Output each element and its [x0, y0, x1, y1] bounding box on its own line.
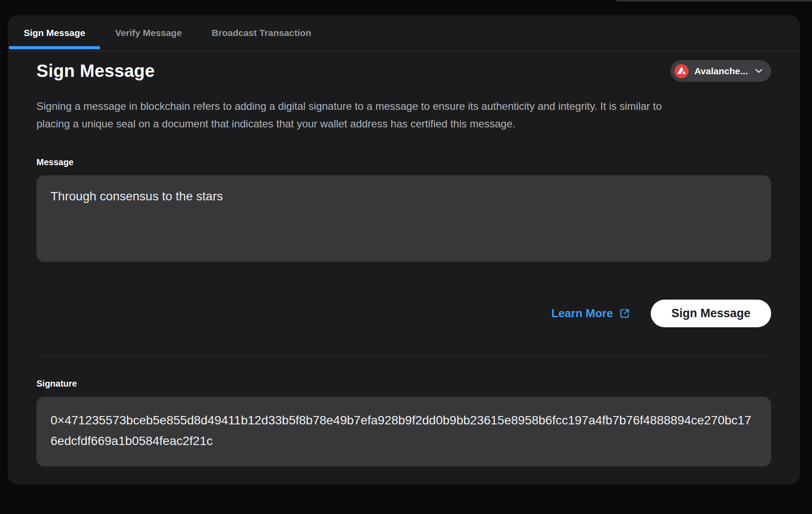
offscreen-element-edge	[614, 0, 812, 1]
page-title: Sign Message	[36, 61, 155, 81]
tab-bar: Sign Message Verify Message Broadcast Tr…	[8, 15, 800, 51]
chevron-down-icon	[755, 69, 763, 73]
network-name: Avalanche...	[694, 66, 748, 76]
tab-sign-message[interactable]: Sign Message	[9, 15, 100, 51]
message-input-container: Through consensus to the stars	[36, 175, 771, 262]
title-row: Sign Message Avalanche...	[36, 60, 771, 82]
sign-message-card: Sign Message Verify Message Broadcast Tr…	[8, 15, 800, 485]
sign-message-button[interactable]: Sign Message	[651, 300, 771, 327]
actions-row: Learn More Sign Message	[36, 300, 771, 327]
signature-output: 0×471235573bceb5e855d8d49411b12d33b5f8b7…	[36, 397, 771, 467]
tab-verify-message[interactable]: Verify Message	[100, 15, 197, 51]
avalanche-logo-icon	[674, 64, 689, 78]
divider	[36, 355, 771, 356]
learn-more-label: Learn More	[551, 307, 613, 320]
card-content: Sign Message Avalanche... Signing a mess…	[8, 60, 800, 467]
external-link-icon	[619, 308, 631, 319]
page-description: Signing a message in blockchain refers t…	[36, 98, 687, 133]
message-label: Message	[36, 157, 771, 167]
network-selector[interactable]: Avalanche...	[671, 60, 771, 82]
signature-label: Signature	[36, 379, 771, 389]
tab-broadcast-transaction[interactable]: Broadcast Transaction	[197, 15, 326, 51]
learn-more-link[interactable]: Learn More	[551, 307, 631, 320]
message-input[interactable]: Through consensus to the stars	[36, 175, 771, 262]
